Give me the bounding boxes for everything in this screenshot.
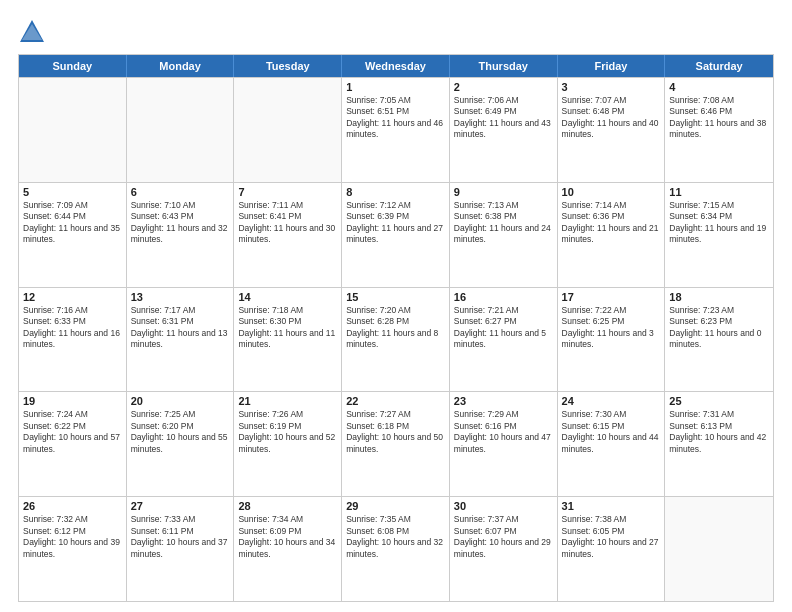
day-number: 3 xyxy=(562,81,661,93)
day-detail: Sunrise: 7:23 AM Sunset: 6:23 PM Dayligh… xyxy=(669,305,769,351)
day-detail: Sunrise: 7:05 AM Sunset: 6:51 PM Dayligh… xyxy=(346,95,445,141)
header-day-thursday: Thursday xyxy=(450,55,558,77)
calendar-cell-21: 21Sunrise: 7:26 AM Sunset: 6:19 PM Dayli… xyxy=(234,392,342,496)
calendar-cell-20: 20Sunrise: 7:25 AM Sunset: 6:20 PM Dayli… xyxy=(127,392,235,496)
calendar-cell-27: 27Sunrise: 7:33 AM Sunset: 6:11 PM Dayli… xyxy=(127,497,235,601)
day-number: 24 xyxy=(562,395,661,407)
day-detail: Sunrise: 7:32 AM Sunset: 6:12 PM Dayligh… xyxy=(23,514,122,560)
calendar-cell-31: 31Sunrise: 7:38 AM Sunset: 6:05 PM Dayli… xyxy=(558,497,666,601)
day-number: 22 xyxy=(346,395,445,407)
calendar-cell-19: 19Sunrise: 7:24 AM Sunset: 6:22 PM Dayli… xyxy=(19,392,127,496)
calendar-cell-2: 2Sunrise: 7:06 AM Sunset: 6:49 PM Daylig… xyxy=(450,78,558,182)
day-detail: Sunrise: 7:20 AM Sunset: 6:28 PM Dayligh… xyxy=(346,305,445,351)
day-detail: Sunrise: 7:14 AM Sunset: 6:36 PM Dayligh… xyxy=(562,200,661,246)
calendar-cell-empty xyxy=(665,497,773,601)
calendar-cell-8: 8Sunrise: 7:12 AM Sunset: 6:39 PM Daylig… xyxy=(342,183,450,287)
day-number: 14 xyxy=(238,291,337,303)
day-detail: Sunrise: 7:16 AM Sunset: 6:33 PM Dayligh… xyxy=(23,305,122,351)
day-detail: Sunrise: 7:34 AM Sunset: 6:09 PM Dayligh… xyxy=(238,514,337,560)
calendar-cell-empty xyxy=(127,78,235,182)
day-number: 29 xyxy=(346,500,445,512)
logo-icon xyxy=(18,18,46,46)
day-detail: Sunrise: 7:07 AM Sunset: 6:48 PM Dayligh… xyxy=(562,95,661,141)
day-number: 26 xyxy=(23,500,122,512)
day-detail: Sunrise: 7:24 AM Sunset: 6:22 PM Dayligh… xyxy=(23,409,122,455)
calendar-body: 1Sunrise: 7:05 AM Sunset: 6:51 PM Daylig… xyxy=(19,77,773,601)
day-detail: Sunrise: 7:17 AM Sunset: 6:31 PM Dayligh… xyxy=(131,305,230,351)
day-detail: Sunrise: 7:29 AM Sunset: 6:16 PM Dayligh… xyxy=(454,409,553,455)
calendar-cell-14: 14Sunrise: 7:18 AM Sunset: 6:30 PM Dayli… xyxy=(234,288,342,392)
day-detail: Sunrise: 7:38 AM Sunset: 6:05 PM Dayligh… xyxy=(562,514,661,560)
day-detail: Sunrise: 7:35 AM Sunset: 6:08 PM Dayligh… xyxy=(346,514,445,560)
calendar-cell-9: 9Sunrise: 7:13 AM Sunset: 6:38 PM Daylig… xyxy=(450,183,558,287)
calendar: SundayMondayTuesdayWednesdayThursdayFrid… xyxy=(18,54,774,602)
calendar-cell-empty xyxy=(234,78,342,182)
day-detail: Sunrise: 7:37 AM Sunset: 6:07 PM Dayligh… xyxy=(454,514,553,560)
header-day-monday: Monday xyxy=(127,55,235,77)
calendar-cell-6: 6Sunrise: 7:10 AM Sunset: 6:43 PM Daylig… xyxy=(127,183,235,287)
day-number: 11 xyxy=(669,186,769,198)
day-detail: Sunrise: 7:12 AM Sunset: 6:39 PM Dayligh… xyxy=(346,200,445,246)
svg-marker-1 xyxy=(22,24,42,40)
calendar-cell-10: 10Sunrise: 7:14 AM Sunset: 6:36 PM Dayli… xyxy=(558,183,666,287)
calendar-cell-24: 24Sunrise: 7:30 AM Sunset: 6:15 PM Dayli… xyxy=(558,392,666,496)
header-day-sunday: Sunday xyxy=(19,55,127,77)
day-detail: Sunrise: 7:26 AM Sunset: 6:19 PM Dayligh… xyxy=(238,409,337,455)
calendar-cell-3: 3Sunrise: 7:07 AM Sunset: 6:48 PM Daylig… xyxy=(558,78,666,182)
day-number: 18 xyxy=(669,291,769,303)
day-number: 20 xyxy=(131,395,230,407)
day-detail: Sunrise: 7:27 AM Sunset: 6:18 PM Dayligh… xyxy=(346,409,445,455)
calendar-cell-23: 23Sunrise: 7:29 AM Sunset: 6:16 PM Dayli… xyxy=(450,392,558,496)
day-number: 6 xyxy=(131,186,230,198)
day-number: 23 xyxy=(454,395,553,407)
calendar-cell-30: 30Sunrise: 7:37 AM Sunset: 6:07 PM Dayli… xyxy=(450,497,558,601)
calendar-cell-28: 28Sunrise: 7:34 AM Sunset: 6:09 PM Dayli… xyxy=(234,497,342,601)
day-detail: Sunrise: 7:21 AM Sunset: 6:27 PM Dayligh… xyxy=(454,305,553,351)
day-number: 12 xyxy=(23,291,122,303)
calendar-cell-empty xyxy=(19,78,127,182)
day-detail: Sunrise: 7:31 AM Sunset: 6:13 PM Dayligh… xyxy=(669,409,769,455)
day-number: 17 xyxy=(562,291,661,303)
calendar-cell-17: 17Sunrise: 7:22 AM Sunset: 6:25 PM Dayli… xyxy=(558,288,666,392)
day-detail: Sunrise: 7:09 AM Sunset: 6:44 PM Dayligh… xyxy=(23,200,122,246)
calendar-cell-18: 18Sunrise: 7:23 AM Sunset: 6:23 PM Dayli… xyxy=(665,288,773,392)
header-day-friday: Friday xyxy=(558,55,666,77)
calendar-cell-11: 11Sunrise: 7:15 AM Sunset: 6:34 PM Dayli… xyxy=(665,183,773,287)
day-number: 15 xyxy=(346,291,445,303)
calendar-cell-26: 26Sunrise: 7:32 AM Sunset: 6:12 PM Dayli… xyxy=(19,497,127,601)
day-detail: Sunrise: 7:15 AM Sunset: 6:34 PM Dayligh… xyxy=(669,200,769,246)
header-day-tuesday: Tuesday xyxy=(234,55,342,77)
day-number: 25 xyxy=(669,395,769,407)
day-number: 9 xyxy=(454,186,553,198)
calendar-cell-25: 25Sunrise: 7:31 AM Sunset: 6:13 PM Dayli… xyxy=(665,392,773,496)
calendar-header: SundayMondayTuesdayWednesdayThursdayFrid… xyxy=(19,55,773,77)
header-day-wednesday: Wednesday xyxy=(342,55,450,77)
day-number: 21 xyxy=(238,395,337,407)
day-number: 5 xyxy=(23,186,122,198)
day-detail: Sunrise: 7:25 AM Sunset: 6:20 PM Dayligh… xyxy=(131,409,230,455)
day-detail: Sunrise: 7:30 AM Sunset: 6:15 PM Dayligh… xyxy=(562,409,661,455)
calendar-cell-1: 1Sunrise: 7:05 AM Sunset: 6:51 PM Daylig… xyxy=(342,78,450,182)
day-number: 4 xyxy=(669,81,769,93)
day-detail: Sunrise: 7:13 AM Sunset: 6:38 PM Dayligh… xyxy=(454,200,553,246)
day-detail: Sunrise: 7:33 AM Sunset: 6:11 PM Dayligh… xyxy=(131,514,230,560)
calendar-cell-29: 29Sunrise: 7:35 AM Sunset: 6:08 PM Dayli… xyxy=(342,497,450,601)
day-detail: Sunrise: 7:22 AM Sunset: 6:25 PM Dayligh… xyxy=(562,305,661,351)
day-number: 7 xyxy=(238,186,337,198)
day-detail: Sunrise: 7:18 AM Sunset: 6:30 PM Dayligh… xyxy=(238,305,337,351)
day-number: 30 xyxy=(454,500,553,512)
calendar-cell-12: 12Sunrise: 7:16 AM Sunset: 6:33 PM Dayli… xyxy=(19,288,127,392)
page: SundayMondayTuesdayWednesdayThursdayFrid… xyxy=(0,0,792,612)
calendar-row-3: 19Sunrise: 7:24 AM Sunset: 6:22 PM Dayli… xyxy=(19,391,773,496)
day-number: 8 xyxy=(346,186,445,198)
calendar-cell-7: 7Sunrise: 7:11 AM Sunset: 6:41 PM Daylig… xyxy=(234,183,342,287)
header xyxy=(18,18,774,46)
calendar-cell-22: 22Sunrise: 7:27 AM Sunset: 6:18 PM Dayli… xyxy=(342,392,450,496)
day-number: 31 xyxy=(562,500,661,512)
day-number: 2 xyxy=(454,81,553,93)
calendar-row-0: 1Sunrise: 7:05 AM Sunset: 6:51 PM Daylig… xyxy=(19,77,773,182)
calendar-cell-4: 4Sunrise: 7:08 AM Sunset: 6:46 PM Daylig… xyxy=(665,78,773,182)
day-number: 19 xyxy=(23,395,122,407)
day-detail: Sunrise: 7:10 AM Sunset: 6:43 PM Dayligh… xyxy=(131,200,230,246)
day-number: 27 xyxy=(131,500,230,512)
